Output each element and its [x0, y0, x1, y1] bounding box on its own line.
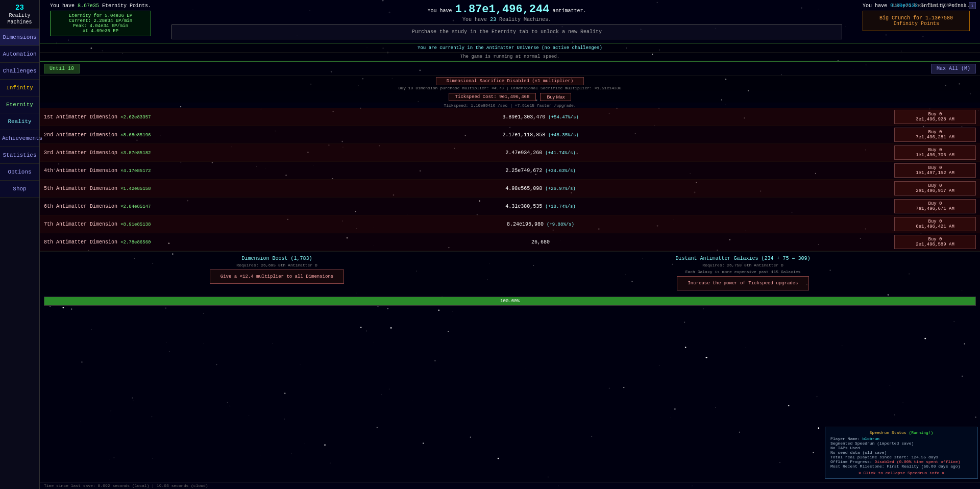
sacrifice-box: Dimensional Sacrifice Disabled (×1 multi…: [436, 77, 584, 85]
speedrun-title: Speedrun Status (Running!): [830, 430, 972, 435]
reality-btn-text: Purchase the study in the Eternity tab t…: [412, 29, 602, 35]
am-label: You have: [428, 8, 455, 14]
sidebar-item-challenges[interactable]: Challenges: [0, 63, 39, 80]
dim-amount-4: 2.25e749,672 (+34.63%/s): [187, 168, 894, 174]
info-icon[interactable]: i: [969, 2, 976, 9]
sidebar-item-eternity[interactable]: Eternity: [0, 96, 39, 113]
boost-button[interactable]: Give a ×12.4 multiplier to all Dimension…: [210, 270, 344, 284]
did-you-know-text: Did you know that 75% of al: [892, 3, 966, 8]
dim-name-8: 8th Antimatter Dimension ×2.78e86560: [44, 239, 187, 245]
tickspeed-row: Tickspeed Cost: 9e1,496,468 Buy Max: [40, 91, 980, 103]
top-bar: You have 8.67e35 Eternity Points. Eterni…: [40, 0, 980, 44]
dim-buy-btn-3[interactable]: Buy 01e1,496,706 AM: [894, 145, 976, 160]
bottom-status-text: Time since last save: 8.092 seconds (loc…: [44, 483, 208, 488]
table-row: 6th Antimatter Dimension ×2.84e85147 4.3…: [40, 198, 980, 215]
big-crunch-button[interactable]: Big Crunch for 1.13e7580 Infinity Points: [863, 11, 970, 31]
am-text: You have 1.87e1,496,244 antimatter.: [172, 3, 842, 16]
dimension-boost-box: Dimension Boost (1,783) Requires: 26,695…: [67, 256, 487, 290]
sidebar-item-dimensions[interactable]: Dimensions: [0, 29, 39, 46]
boost-requires: Requires: 26,695 8th Antimatter D: [67, 263, 487, 267]
sidebar-item-shop[interactable]: Shop: [0, 181, 39, 198]
galaxy-requires: Requires: 26,758 8th Antimatter D: [533, 263, 953, 267]
dim-buy-btn-8[interactable]: Buy 02e1,496,589 AM: [894, 235, 976, 249]
sidebar-item-automation[interactable]: Automation: [0, 46, 39, 63]
dimensions-list: 1st Antimatter Dimension ×2.62e83357 3.8…: [40, 108, 980, 251]
galaxy-title: Distant Antimatter Galaxies (234 + 75 = …: [533, 256, 953, 261]
galaxy-box: Distant Antimatter Galaxies (234 + 75 = …: [533, 256, 953, 290]
tickspeed-cost: Tickspeed Cost: 9e1,496,468: [449, 93, 536, 101]
dim-buy-btn-1[interactable]: Buy 03e1,496,928 AM: [894, 110, 976, 124]
sacrifice-label: Dimensional Sacrifice Disabled (×1 multi…: [447, 79, 573, 84]
speed-notice: The game is running at normal speed.: [40, 53, 980, 62]
am-suffix: antimatter.: [552, 8, 586, 14]
buy-max-button[interactable]: Buy Max: [540, 93, 571, 101]
ip-label: You have: [863, 3, 890, 9]
sidebar-item-statistics[interactable]: Statistics: [0, 147, 39, 164]
dim-name-7: 7th Antimatter Dimension ×8.91e85138: [44, 222, 187, 227]
dim-buy-btn-4[interactable]: Buy 01e1,497,152 AM: [894, 163, 976, 178]
ep-current: Current: 2.28e34 EP/min: [55, 18, 146, 23]
sidebar-item-reality[interactable]: Reality: [0, 113, 39, 130]
big-crunch-label: Big Crunch for 1.13e7580: [871, 15, 961, 21]
reality-button[interactable]: Purchase the study in the Eternity tab t…: [172, 25, 842, 39]
dim-name-3: 3rd Antimatter Dimension ×3.87e85182: [44, 150, 187, 156]
dim-amount-7: 8.24e195,980 (+9.88%/s): [187, 222, 894, 227]
dim-buy-btn-2[interactable]: Buy 07e1,496,281 AM: [894, 128, 976, 142]
table-row: 8th Antimatter Dimension ×2.78e86560 26,…: [40, 233, 980, 251]
reality-machines-count: 23: [2, 3, 37, 12]
big-crunch-sub: Infinity Points: [871, 21, 961, 27]
sidebar: 23 Reality Machines Dimensions Automatio…: [0, 0, 40, 489]
boost-title: Dimension Boost (1,783): [67, 256, 487, 261]
table-row: 3rd Antimatter Dimension ×3.87e85182 2.4…: [40, 144, 980, 162]
sidebar-item-infinity[interactable]: Infinity: [0, 80, 39, 96]
rm-label: You have 23 Reality Machines.: [172, 17, 842, 22]
progress-bar-container: 100.00%: [44, 297, 976, 306]
dim-amount-5: 4.98e565,098 (+26.97%/s): [187, 186, 894, 191]
tickspeed-info: Tickspeed: 1.10e89416 /sec | ×7.91e15 fa…: [40, 103, 980, 108]
boost-section: Dimension Boost (1,783) Requires: 26,695…: [40, 251, 980, 295]
speed-text: The game is running at normal speed.: [460, 54, 559, 59]
dim-amount-3: 2.47e934,260 (+41.74%/s): [187, 150, 894, 156]
speedrun-player-name: blobrun: [862, 436, 879, 441]
sidebar-title-line2: Machines: [2, 19, 37, 26]
speedrun-type: Segmented Speedrun (imported save): [830, 441, 972, 446]
sidebar-item-options[interactable]: Options: [0, 164, 39, 181]
until-button[interactable]: Until 10: [44, 64, 80, 74]
table-row: 5th Antimatter Dimension ×1.42e85158 4.9…: [40, 180, 980, 198]
table-row: 1st Antimatter Dimension ×2.62e83357 3.8…: [40, 108, 980, 126]
max-all-button[interactable]: Max All (M): [931, 64, 976, 74]
speedrun-playtime: Total real playtime since start: 124.55 …: [830, 455, 972, 459]
dim-buy-btn-6[interactable]: Buy 07e1,496,671 AM: [894, 199, 976, 213]
ep-text: You have 8.67e35 Eternity Points.: [50, 3, 151, 9]
progress-bar-text: 100.00%: [500, 299, 520, 304]
speedrun-milestone: Most Recent Milestone: First Reality (50…: [830, 464, 972, 469]
galaxy-button[interactable]: Increase the power of Tickspeed upgrades: [677, 276, 808, 290]
sidebar-item-achievements[interactable]: Achievements: [0, 130, 39, 147]
galaxy-note: Each Galaxy is more expensive past 115 G…: [533, 270, 953, 274]
table-row: 4th Antimatter Dimension ×4.17e85172 2.2…: [40, 162, 980, 180]
speedrun-box[interactable]: Speedrun Status (Running!) Player Name: …: [825, 427, 978, 479]
table-row: 7th Antimatter Dimension ×8.91e85138 8.2…: [40, 215, 980, 233]
ep-box-label: Eternity for 5.04e36 EP: [55, 13, 146, 18]
dim-name-2: 2nd Antimatter Dimension ×8.68e85196: [44, 132, 187, 138]
ep-value: 8.67e35: [78, 3, 99, 9]
sidebar-title-line1: Reality: [2, 12, 37, 19]
dim-name-5: 5th Antimatter Dimension ×1.42e85158: [44, 186, 187, 191]
ep-info-box[interactable]: Eternity for 5.04e36 EP Current: 2.28e34…: [50, 11, 151, 36]
speedrun-collapse[interactable]: ✕ Click to collapse Speedrun info ✕: [830, 471, 972, 475]
ep-label: You have: [50, 3, 78, 9]
ep-suffix: Eternity Points.: [102, 3, 151, 9]
speedrun-player: Player Name: blobrun: [830, 436, 972, 441]
dim-buy-btn-5[interactable]: Buy 02e1,496,917 AM: [894, 181, 976, 195]
dim-amount-2: 2.17e1,118,858 (+48.35%/s): [187, 132, 894, 138]
bottom-status: Time since last save: 8.092 seconds (loc…: [40, 482, 980, 489]
speedrun-status: (Running!): [909, 430, 933, 435]
ep-peak: Peak: 4.04e34 EP/min: [55, 23, 146, 29]
am-section: You have 1.87e1,496,244 antimatter. You …: [151, 3, 863, 39]
speedrun-offline: Offline Progress: Disabled (0.00% time s…: [830, 459, 972, 464]
speedrun-offline-value: Disabled (0.00% time spent offline): [874, 459, 960, 464]
control-bar: Until 10 Max All (M): [40, 62, 980, 76]
speedrun-iap: No IAPs Used: [830, 446, 972, 450]
dim-buy-btn-7[interactable]: Buy 06e1,496,421 AM: [894, 217, 976, 231]
sacrifice-bar: Dimensional Sacrifice Disabled (×1 multi…: [40, 76, 980, 91]
